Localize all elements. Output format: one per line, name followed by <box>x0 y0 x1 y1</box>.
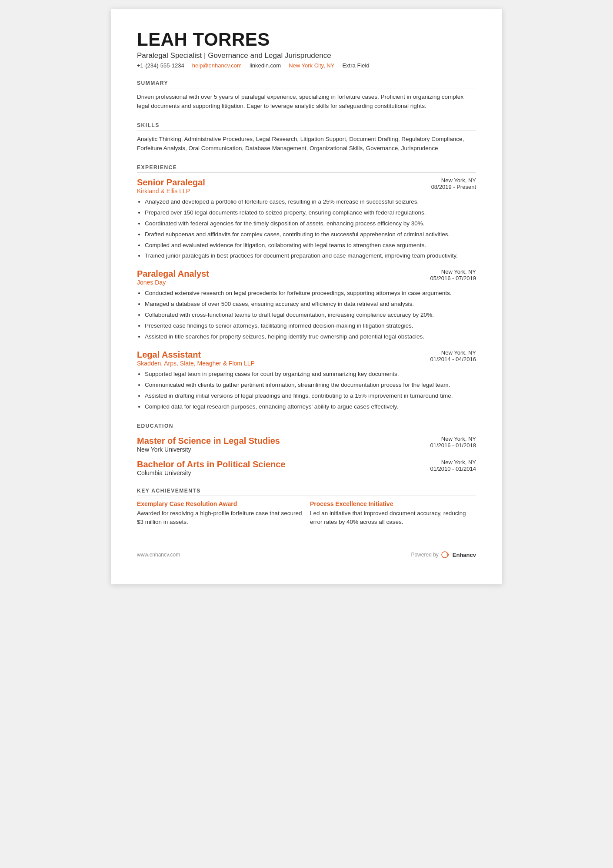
achievements-section: KEY ACHIEVEMENTS Exemplary Case Resoluti… <box>137 488 476 527</box>
job-dates-1: 08/2019 - Present <box>406 184 476 190</box>
candidate-name: LEAH TORRES <box>137 30 476 50</box>
bullet: Supported legal team in preparing cases … <box>145 370 476 379</box>
achievement-desc-2: Led an initiative that improved document… <box>310 509 476 527</box>
skills-body: Analytic Thinking, Administrative Proced… <box>137 135 476 153</box>
edu-location-2: New York, NY <box>406 459 476 466</box>
bullet: Communicated with clients to gather pert… <box>145 381 476 390</box>
job-company-1: Kirkland & Ellis LLP <box>137 188 205 194</box>
bullet: Analyzed and developed a portfolio of fo… <box>145 198 476 207</box>
bullet: Compiled data for legal research purpose… <box>145 402 476 412</box>
header: LEAH TORRES Paralegal Specialist | Gover… <box>137 30 476 69</box>
bullet: Collaborated with cross-functional teams… <box>145 311 476 320</box>
edu-degree-1: Master of Science in Legal Studies <box>137 436 280 446</box>
job-location-3: New York, NY <box>406 349 476 356</box>
achievements-title: KEY ACHIEVEMENTS <box>137 488 476 496</box>
bullet: Managed a database of over 500 cases, en… <box>145 300 476 309</box>
job-entry-2: Paralegal Analyst Jones Day New York, NY… <box>137 268 476 342</box>
bullet: Presented case findings to senior attorn… <box>145 322 476 331</box>
contact-linkedin[interactable]: linkedin.com <box>250 62 281 69</box>
resume-page: LEAH TORRES Paralegal Specialist | Gover… <box>111 9 502 584</box>
footer-powered: Powered by Enhancv <box>411 551 476 558</box>
education-section: EDUCATION Master of Science in Legal Stu… <box>137 423 476 476</box>
page-footer: www.enhancv.com Powered by Enhancv <box>137 544 476 558</box>
edu-degree-2: Bachelor of Arts in Political Science <box>137 459 286 469</box>
edu-dates-1: 01/2016 - 01/2018 <box>406 442 476 449</box>
job-company-2: Jones Day <box>137 279 209 286</box>
skills-title: SKILLS <box>137 122 476 131</box>
bullet: Assisted in drafting initial versions of… <box>145 392 476 401</box>
job-location-1: New York, NY <box>406 177 476 184</box>
edu-school-2: Columbia University <box>137 469 286 476</box>
job-entry-1: Senior Paralegal Kirkland & Ellis LLP Ne… <box>137 177 476 261</box>
achievement-title-2: Process Excellence Initiative <box>310 500 476 507</box>
job-bullets-1: Analyzed and developed a portfolio of fo… <box>137 198 476 261</box>
candidate-title: Paralegal Specialist | Governance and Le… <box>137 51 476 60</box>
education-title: EDUCATION <box>137 423 476 431</box>
svg-point-0 <box>442 552 448 558</box>
powered-by-label: Powered by <box>411 552 438 558</box>
experience-title: EXPERIENCE <box>137 164 476 173</box>
edu-entry-1: Master of Science in Legal Studies New Y… <box>137 436 476 453</box>
job-title-3: Legal Assistant <box>137 349 255 360</box>
summary-section: SUMMARY Driven professional with over 5 … <box>137 80 476 111</box>
contact-email[interactable]: help@enhancv.com <box>192 62 242 69</box>
contact-location: New York City, NY <box>289 62 334 69</box>
job-dates-2: 05/2016 - 07/2019 <box>406 275 476 282</box>
bullet: Compiled and evaluated evidence for liti… <box>145 241 476 250</box>
bullet: Coordinated with federal agencies for th… <box>145 219 476 228</box>
edu-school-1: New York University <box>137 446 280 453</box>
bullet: Trained junior paralegals in best practi… <box>145 251 476 261</box>
enhancv-logo: Enhancv <box>441 551 476 558</box>
skills-section: SKILLS Analytic Thinking, Administrative… <box>137 122 476 153</box>
footer-url: www.enhancv.com <box>137 552 180 558</box>
bullet: Prepared over 150 legal documents relate… <box>145 208 476 218</box>
job-dates-3: 01/2014 - 04/2016 <box>406 356 476 362</box>
summary-body: Driven professional with over 5 years of… <box>137 93 476 111</box>
bullet: Conducted extensive research on legal pr… <box>145 289 476 298</box>
job-bullets-2: Conducted extensive research on legal pr… <box>137 289 476 342</box>
bullet: Assisted in title searches for property … <box>145 332 476 342</box>
achievement-title-1: Exemplary Case Resolution Award <box>137 500 303 507</box>
job-bullets-3: Supported legal team in preparing cases … <box>137 370 476 412</box>
job-location-2: New York, NY <box>406 268 476 275</box>
contact-extra: Extra Field <box>342 62 369 69</box>
job-title-2: Paralegal Analyst <box>137 268 209 279</box>
achievement-item-1: Exemplary Case Resolution Award Awarded … <box>137 500 303 527</box>
enhancv-icon <box>441 551 451 558</box>
experience-section: EXPERIENCE Senior Paralegal Kirkland & E… <box>137 164 476 412</box>
contact-bar: +1-(234)-555-1234 help@enhancv.com linke… <box>137 62 476 69</box>
job-entry-3: Legal Assistant Skadden, Arps, Slate, Me… <box>137 349 476 412</box>
achievements-grid: Exemplary Case Resolution Award Awarded … <box>137 500 476 527</box>
achievement-item-2: Process Excellence Initiative Led an ini… <box>310 500 476 527</box>
edu-entry-2: Bachelor of Arts in Political Science Co… <box>137 459 476 476</box>
bullet: Drafted subpoenas and affidavits for com… <box>145 230 476 239</box>
job-company-3: Skadden, Arps, Slate, Meagher & Flom LLP <box>137 360 255 367</box>
brand-name: Enhancv <box>453 552 476 558</box>
achievement-desc-1: Awarded for resolving a high-profile for… <box>137 509 303 527</box>
edu-location-1: New York, NY <box>406 436 476 442</box>
job-title-1: Senior Paralegal <box>137 177 205 188</box>
summary-title: SUMMARY <box>137 80 476 88</box>
contact-phone: +1-(234)-555-1234 <box>137 62 184 69</box>
edu-dates-2: 01/2010 - 01/2014 <box>406 466 476 472</box>
